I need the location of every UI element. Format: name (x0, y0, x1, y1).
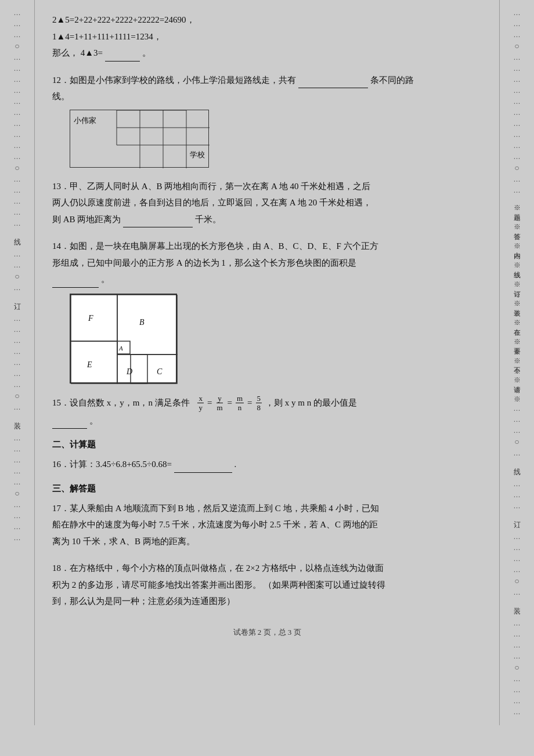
answer-blank-14 (52, 279, 99, 288)
intro-line1: 2▲5=2+22+222+2222+22222=24690， (52, 12, 482, 28)
left-vert-text-1: 线 (12, 233, 22, 234)
problem-13: 13．甲、乙两人同时从 A、B 两地相向而行，第一次在离 A 地 40 千米处相… (52, 178, 482, 228)
map-grid-svg (70, 110, 210, 168)
problem-12: 12．如图是小伟家到学校的路线，小伟上学沿最短路线走，共有 条不同的路 线。 小… (52, 72, 482, 168)
fraction-m-n: m n (236, 394, 244, 413)
section-title-3: 三、解答题 (52, 483, 482, 494)
fraction-5-8: 5 8 (256, 394, 262, 413)
p18-line2: 积为 2 的多边形，请尽可能多地找出答案并画出图形。 （如果两种图案可以通过旋转… (52, 577, 482, 594)
right-vert-text-note: ※题※※答※※内※※线※※订※※装※※在※※要※※不※※请※※ (512, 200, 522, 400)
p13-line1: 13．甲、乙两人同时从 A、B 两地相向而行，第一次在离 A 地 40 千米处相… (52, 178, 482, 195)
answer-blank-13 (123, 219, 193, 227)
problem-18: 18．在方格纸中，每个小方格的顶点叫做格点，在 2×2 方格纸中，以格点连线为边… (52, 560, 482, 610)
p14-line2: 形组成，已知中间最小的正方形 A 的边长为 1，那么这个长方形色块图的面积是 (52, 255, 482, 272)
problem-16: 16．计算：3.45÷6.8+65.5÷0.68= . (52, 456, 482, 473)
answer-blank-16 (174, 464, 232, 473)
problem-14: 14．如图，是一块在电脑屏幕上出现的长方形色块，由 A、B、C、D、E、F 六个… (52, 238, 482, 384)
right-vert-text-1: 线 (512, 462, 522, 464)
p13-line2: 两人仍以原速度前进，各自到达目的地后，立即返回，又在离 A 地 20 千米处相遇… (52, 194, 482, 211)
answer-blank-11 (105, 53, 140, 62)
answer-blank-12 (298, 79, 368, 88)
svg-rect-14 (71, 341, 117, 384)
fraction-x-y: x y (197, 394, 204, 413)
right-margin: … … … ○ … … … … … … … … … … ○ … … ※题※※答※… (499, 0, 534, 725)
left-vert-text-2: 订 (12, 297, 22, 299)
block-label-c: C (157, 364, 162, 380)
map-diagram: 小伟家 学校 (70, 110, 209, 168)
p14-blank-line: 。 (52, 271, 482, 288)
main-content: 2▲5=2+22+222+2222+22222=24690， 1▲4=1+11+… (35, 0, 499, 725)
fraction-y-m: y m (215, 394, 223, 413)
block-diagram: F B A E D C (70, 294, 177, 384)
p15-blank: 。 (52, 413, 482, 429)
p18-line1: 18．在方格纸中，每个小方格的顶点叫做格点，在 2×2 方格纸中，以格点连线为边… (52, 560, 482, 577)
block-label-d: D (127, 364, 132, 380)
p12-line1: 12．如图是小伟家到学校的路线，小伟上学沿最短路线走，共有 条不同的路 (52, 72, 482, 89)
p15-line1: 15．设自然数 x，y，m，n 满足条件 x y = y m = m n = 5… (52, 394, 482, 413)
answer-blank-15 (52, 420, 87, 429)
intro-line3: 那么， 4▲3= 。 (52, 45, 482, 62)
block-label-e: E (87, 357, 92, 373)
left-vert-text-3: 装 (12, 417, 22, 418)
svg-rect-12 (117, 295, 177, 355)
p17-line1: 17．某人乘船由 A 地顺流而下到 B 地，然后又逆流而上到 C 地，共乘船 4… (52, 500, 482, 517)
block-label-b: B (139, 315, 145, 331)
p14-line1: 14．如图，是一块在电脑屏幕上出现的长方形色块，由 A、B、C、D、E、F 六个… (52, 238, 482, 255)
page-footer: 试卷第 2 页，总 3 页 (52, 627, 482, 638)
problem-intro: 2▲5=2+22+222+2222+22222=24690， 1▲4=1+11+… (52, 12, 482, 62)
block-label-f: F (88, 311, 93, 327)
right-vert-text-2: 订 (512, 515, 522, 517)
p17-line2: 船在静水中的速度为每小时 7.5 千米，水流速度为每小时 2.5 千米，若 A、… (52, 516, 482, 533)
p12-line2: 线。 (52, 88, 482, 105)
intro-line2: 1▲4=1+11+111+1111=1234， (52, 28, 482, 45)
p16-line: 16．计算：3.45÷6.8+65.5÷0.68= . (52, 456, 482, 473)
right-vert-text-3: 装 (512, 602, 522, 603)
p18-line3: 到，那么认为是同一种；注意必须为连通图形） (52, 593, 482, 610)
problem-17: 17．某人乘船由 A 地顺流而下到 B 地，然后又逆流而上到 C 地，共乘船 4… (52, 500, 482, 550)
left-margin: … … … ○ … … … … … … … … … … ○ … … … … … … (0, 0, 35, 725)
block-label-a: A (119, 342, 123, 355)
problem-15: 15．设自然数 x，y，m，n 满足条件 x y = y m = m n = 5… (52, 394, 482, 429)
svg-rect-11 (71, 295, 117, 341)
section-title-2: 二、计算题 (52, 439, 482, 450)
svg-rect-16 (131, 355, 177, 384)
p17-line3: 离为 10 千米，求 A、B 两地的距离。 (52, 533, 482, 550)
p13-line3: 则 AB 两地距离为 千米。 (52, 211, 482, 228)
